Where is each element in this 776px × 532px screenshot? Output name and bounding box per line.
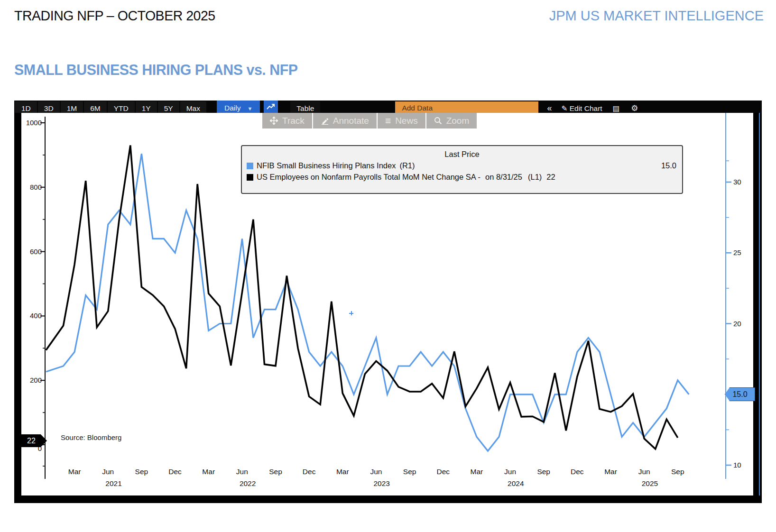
trend-line-icon bbox=[267, 103, 275, 110]
x-month-label: Sep bbox=[269, 468, 282, 476]
nfp-last-price-badge: 22 bbox=[16, 434, 47, 447]
x-month-label: Jun bbox=[638, 468, 650, 476]
range-tab-3d[interactable]: 3D bbox=[38, 101, 60, 113]
range-tab-ytd[interactable]: YTD bbox=[108, 101, 135, 113]
range-tab-1d[interactable]: 1D bbox=[15, 101, 37, 113]
chart-cursor-mark bbox=[349, 311, 353, 315]
x-year-label: 2025 bbox=[642, 479, 658, 487]
x-month-label: Sep bbox=[537, 468, 550, 476]
pencil-icon: ✎ bbox=[561, 104, 567, 112]
left-axis-tick-label: 800 bbox=[21, 183, 42, 191]
x-month-label: Mar bbox=[202, 468, 215, 476]
legend-row-nfib[interactable]: NFIB Small Business Hiring Plans Index (… bbox=[247, 161, 676, 170]
left-axis-tick-label: 200 bbox=[21, 376, 42, 384]
x-month-label: Sep bbox=[135, 468, 148, 476]
news-button[interactable]: ≡ News bbox=[378, 113, 425, 128]
nfib-axis-tag: (R1) bbox=[399, 161, 415, 170]
legend-row-nfp[interactable]: US Employees on Nonfarm Payrolls Total M… bbox=[247, 173, 676, 182]
zoom-button[interactable]: Zoom bbox=[426, 113, 477, 128]
gear-icon[interactable]: ⚙ bbox=[631, 101, 638, 113]
x-month-label: Dec bbox=[303, 468, 316, 476]
nfp-date-note: on 8/31/25 bbox=[485, 173, 522, 182]
nfib-last-value: 15.0 bbox=[661, 161, 676, 170]
x-month-label: Mar bbox=[471, 468, 483, 476]
left-axis-tick-label: 400 bbox=[21, 312, 42, 320]
range-tab-5y[interactable]: 5Y bbox=[158, 101, 179, 113]
left-axis-tick-label: 1000 bbox=[21, 119, 42, 127]
brand-title: JPM US MARKET INTELLIGENCE bbox=[549, 8, 764, 24]
bloomberg-chart-window: 1D 3D 1M 6M YTD 1Y 5Y Max Daily▼ Table A… bbox=[14, 101, 762, 503]
annotate-label: Annotate bbox=[333, 113, 369, 128]
x-month-label: Jun bbox=[370, 468, 382, 476]
frame-right-strip bbox=[753, 113, 762, 495]
edit-chart-button[interactable]: ✎ Edit Chart bbox=[561, 101, 602, 113]
edit-chart-label: Edit Chart bbox=[570, 104, 602, 112]
track-label: Track bbox=[282, 113, 305, 128]
nfp-label: US Employees on Nonfarm Payrolls Total M… bbox=[257, 173, 480, 182]
x-month-label: Dec bbox=[436, 468, 450, 476]
nfib-label: NFIB Small Business Hiring Plans Index bbox=[257, 161, 396, 170]
source-note: Source: Bloomberg bbox=[61, 433, 121, 441]
nfib-last-price-badge: 15.0 bbox=[725, 387, 755, 401]
x-month-label: Mar bbox=[68, 468, 81, 476]
table-tab[interactable]: Table bbox=[290, 101, 320, 113]
frame-bottom-bar bbox=[14, 495, 762, 503]
track-icon bbox=[270, 117, 278, 125]
x-month-label: Jun bbox=[102, 468, 114, 476]
x-year-label: 2022 bbox=[240, 479, 256, 487]
range-tab-1y[interactable]: 1Y bbox=[136, 101, 157, 113]
x-month-label: Mar bbox=[336, 468, 349, 476]
chart-tools-bar: Track Annotate ≡ News Zoom bbox=[262, 113, 478, 128]
period-value: Daily bbox=[224, 104, 240, 112]
add-data-input[interactable]: Add Data bbox=[395, 101, 538, 113]
news-icon: ≡ bbox=[385, 113, 391, 128]
annotate-pencil-icon bbox=[321, 117, 329, 125]
nfp-swatch-icon bbox=[247, 174, 253, 181]
right-axis-tick-label: 10 bbox=[733, 461, 741, 469]
legend-box: Last Price NFIB Small Business Hiring Pl… bbox=[241, 145, 683, 194]
range-tab-max[interactable]: Max bbox=[180, 101, 206, 113]
chart-heading: SMALL BUSINESS HIRING PLANS vs. NFP bbox=[14, 61, 298, 79]
zoom-label: Zoom bbox=[446, 113, 470, 128]
news-label: News bbox=[395, 113, 418, 128]
x-year-label: 2023 bbox=[373, 479, 389, 487]
x-month-label: Dec bbox=[571, 468, 584, 476]
collapse-icon[interactable]: « bbox=[547, 101, 552, 113]
chevron-down-icon: ▼ bbox=[247, 106, 252, 111]
x-month-label: Dec bbox=[168, 468, 182, 476]
x-month-label: Jun bbox=[236, 468, 248, 476]
x-year-label: 2024 bbox=[508, 479, 524, 487]
nfp-axis-tag: (L1) bbox=[528, 173, 542, 182]
chart-type-button[interactable] bbox=[264, 101, 278, 113]
nfib-line[interactable] bbox=[46, 154, 689, 451]
x-month-label: Jun bbox=[504, 468, 516, 476]
page-title: TRADING NFP – OCTOBER 2025 bbox=[14, 8, 215, 24]
track-button[interactable]: Track bbox=[262, 113, 312, 128]
x-month-label: Sep bbox=[671, 468, 684, 476]
right-axis-tick-label: 30 bbox=[733, 178, 741, 186]
right-axis-tick-label: 20 bbox=[733, 320, 741, 328]
right-scroll-line bbox=[759, 113, 760, 495]
legend-title: Last Price bbox=[242, 150, 682, 159]
x-month-label: Mar bbox=[604, 468, 617, 476]
period-dropdown[interactable]: Daily▼ bbox=[217, 101, 260, 113]
chart-toolbar: 1D 3D 1M 6M YTD 1Y 5Y Max Daily▼ Table A… bbox=[14, 101, 762, 113]
nfp-last-value: 22 bbox=[546, 173, 555, 182]
left-axis-tick-label: 600 bbox=[21, 248, 42, 256]
magnifier-icon bbox=[434, 117, 442, 125]
annotate-button[interactable]: Annotate bbox=[313, 113, 377, 128]
nfib-swatch-icon bbox=[247, 163, 253, 169]
range-tab-1m[interactable]: 1M bbox=[61, 101, 83, 113]
chart-settings-icon[interactable]: ▤ bbox=[613, 101, 620, 113]
right-axis-tick-label: 25 bbox=[733, 248, 741, 257]
x-year-label: 2021 bbox=[105, 479, 121, 487]
range-tab-6m[interactable]: 6M bbox=[84, 101, 107, 113]
x-month-label: Sep bbox=[403, 468, 416, 476]
